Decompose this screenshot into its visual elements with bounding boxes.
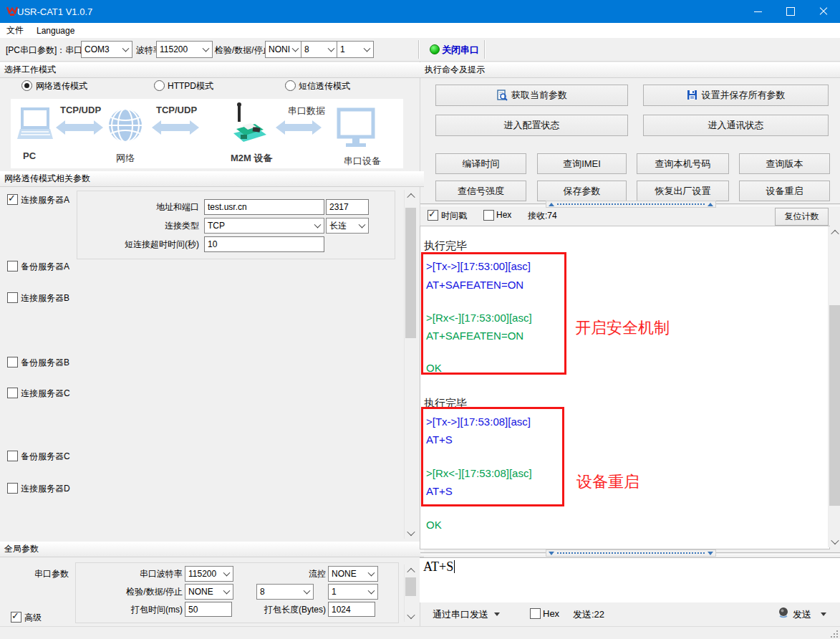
send-button[interactable]: 发送 bbox=[793, 608, 811, 621]
short-timeout-input[interactable]: 10 bbox=[204, 236, 324, 252]
compile-time-button[interactable]: 编译时间 bbox=[435, 153, 526, 174]
scroll-down-icon[interactable] bbox=[405, 610, 417, 622]
global-params-scrollbar[interactable] bbox=[404, 564, 417, 622]
server-c-checkbox[interactable] bbox=[7, 388, 18, 398]
backup-server-c-checkbox[interactable] bbox=[7, 451, 18, 461]
scrollbar-thumb[interactable] bbox=[405, 577, 416, 596]
enter-comm-button[interactable]: 进入通讯状态 bbox=[643, 115, 829, 136]
backup-server-c-label[interactable]: 备份服务器C bbox=[21, 451, 70, 463]
log-hex-checkbox[interactable] bbox=[483, 210, 494, 221]
send-via-serial-dropdown[interactable]: 通过串口发送 bbox=[433, 608, 488, 621]
conn-mode-select[interactable]: 长连 bbox=[326, 218, 369, 234]
net-params-header: 网络透传模式相关参数 bbox=[0, 171, 424, 187]
send-hex-checkbox[interactable] bbox=[530, 608, 541, 619]
send-splitter-handle[interactable] bbox=[546, 549, 716, 557]
port-input[interactable]: 2317 bbox=[326, 199, 369, 215]
radio-httpd-label[interactable]: HTTPD模式 bbox=[168, 80, 213, 92]
backup-server-a-label[interactable]: 备份服务器A bbox=[21, 261, 69, 273]
diagram-link1-label: TCP/UDP bbox=[60, 105, 101, 115]
scrollbar-thumb[interactable] bbox=[405, 208, 416, 338]
maximize-button[interactable] bbox=[774, 0, 807, 23]
left-panel-scrollbar[interactable] bbox=[404, 190, 417, 539]
send-input-value: AT+S bbox=[423, 559, 455, 575]
pack-time-label: 打包时间(ms) bbox=[107, 604, 183, 616]
diagram-link3-label: 串口数据 bbox=[288, 105, 325, 117]
query-signal-button[interactable]: 查信号强度 bbox=[435, 181, 526, 201]
pack-len-input[interactable]: 1024 bbox=[328, 602, 375, 617]
scroll-down-icon[interactable] bbox=[405, 527, 417, 539]
recv-count: 接收:74 bbox=[528, 210, 557, 222]
minimize-button[interactable] bbox=[741, 0, 774, 23]
radio-net-transparent-mode[interactable] bbox=[21, 80, 32, 91]
backup-server-a-checkbox[interactable] bbox=[7, 261, 18, 272]
chevron-down-icon bbox=[314, 221, 322, 229]
server-a-label[interactable]: 连接服务器A bbox=[21, 194, 69, 206]
log-tx2-data: AT+S bbox=[426, 433, 453, 446]
scrollbar-thumb[interactable] bbox=[829, 305, 840, 506]
resize-grip[interactable] bbox=[831, 630, 838, 638]
menu-file[interactable]: 文件 bbox=[6, 24, 24, 37]
advanced-checkbox[interactable] bbox=[11, 612, 21, 623]
log-splitter-handle[interactable] bbox=[546, 201, 716, 208]
log-scrollbar[interactable] bbox=[828, 226, 840, 547]
backup-server-b-label[interactable]: 备份服务器B bbox=[21, 357, 69, 369]
save-params-button[interactable]: 保存参数 bbox=[537, 181, 627, 201]
scroll-up-icon[interactable] bbox=[405, 564, 417, 577]
gp-baud-select[interactable]: 115200 bbox=[185, 566, 233, 582]
set-save-params-button[interactable]: 设置并保存所有参数 bbox=[643, 85, 829, 106]
query-version-button[interactable]: 查询版本 bbox=[739, 153, 830, 174]
pack-time-input[interactable]: 50 bbox=[185, 602, 232, 617]
scroll-up-icon[interactable] bbox=[829, 226, 840, 239]
address-input[interactable]: test.usr.cn bbox=[204, 199, 324, 215]
log-hex-label[interactable]: Hex bbox=[496, 210, 511, 220]
close-serial-button[interactable]: 关闭串口 bbox=[442, 44, 479, 57]
baud-select[interactable]: 115200 bbox=[156, 41, 213, 58]
annotation-text-2: 设备重启 bbox=[576, 471, 639, 493]
radio-httpd-mode[interactable] bbox=[154, 80, 165, 91]
gp-parity-select[interactable]: NONE bbox=[185, 584, 233, 600]
server-b-label[interactable]: 连接服务器B bbox=[21, 292, 69, 304]
enter-config-button[interactable]: 进入配置状态 bbox=[435, 115, 628, 136]
scroll-down-icon[interactable] bbox=[829, 535, 840, 547]
serial-group-label: 串口参数 bbox=[34, 568, 69, 580]
query-number-button[interactable]: 查询本机号码 bbox=[637, 153, 729, 174]
stopbits-select[interactable]: 1 bbox=[337, 41, 374, 58]
send-input-area[interactable]: AT+S bbox=[420, 557, 840, 602]
server-d-label[interactable]: 连接服务器D bbox=[21, 483, 70, 495]
chevron-down-icon[interactable] bbox=[821, 612, 826, 616]
server-d-checkbox[interactable] bbox=[7, 483, 18, 494]
log-rx1-data: AT+SAFEATEN=ON bbox=[426, 330, 523, 342]
radio-sms-label[interactable]: 短信透传模式 bbox=[299, 80, 350, 92]
server-c-label[interactable]: 连接服务器C bbox=[21, 388, 70, 400]
conn-type-select[interactable]: TCP bbox=[204, 218, 324, 234]
log-tx1-data: AT+SAFEATEN=ON bbox=[426, 279, 523, 291]
splitter-line bbox=[420, 552, 546, 555]
conn-type-label: 连接类型 bbox=[106, 220, 199, 232]
factory-reset-button[interactable]: 恢复出厂设置 bbox=[637, 181, 729, 201]
scroll-up-icon[interactable] bbox=[405, 190, 417, 202]
backup-server-b-checkbox[interactable] bbox=[7, 357, 18, 367]
server-b-checkbox[interactable] bbox=[7, 292, 18, 303]
gp-stopbits-select[interactable]: 1 bbox=[328, 584, 378, 600]
query-imei-button[interactable]: 查询IMEI bbox=[537, 153, 627, 174]
device-restart-button[interactable]: 设备重启 bbox=[739, 181, 830, 201]
com-port-select[interactable]: COM3 bbox=[81, 41, 132, 58]
close-button[interactable] bbox=[807, 0, 840, 23]
chevron-down-icon[interactable] bbox=[494, 612, 500, 616]
timestamp-label[interactable]: 时间戳 bbox=[441, 210, 467, 222]
radio-sms-mode[interactable] bbox=[285, 80, 296, 91]
menu-language[interactable]: Language bbox=[37, 26, 74, 36]
pc-serial-label: [PC串口参数]：串口号 bbox=[6, 44, 91, 57]
get-params-button[interactable]: 获取当前参数 bbox=[435, 85, 628, 106]
timestamp-checkbox[interactable] bbox=[428, 210, 438, 221]
gp-databits-select[interactable]: 8 bbox=[256, 584, 314, 600]
databits-select[interactable]: 8 bbox=[301, 41, 338, 58]
server-a-checkbox[interactable] bbox=[7, 194, 18, 205]
parity-select[interactable]: NONI bbox=[265, 41, 302, 58]
window-title: USR-CAT1 V1.0.7 bbox=[17, 6, 92, 17]
radio-net-transparent-label[interactable]: 网络透传模式 bbox=[36, 80, 87, 92]
send-hex-label[interactable]: Hex bbox=[543, 608, 559, 619]
gp-flow-select[interactable]: NONE bbox=[328, 566, 378, 582]
reset-count-button[interactable]: 复位计数 bbox=[775, 208, 829, 226]
advanced-label[interactable]: 高级 bbox=[24, 612, 42, 624]
